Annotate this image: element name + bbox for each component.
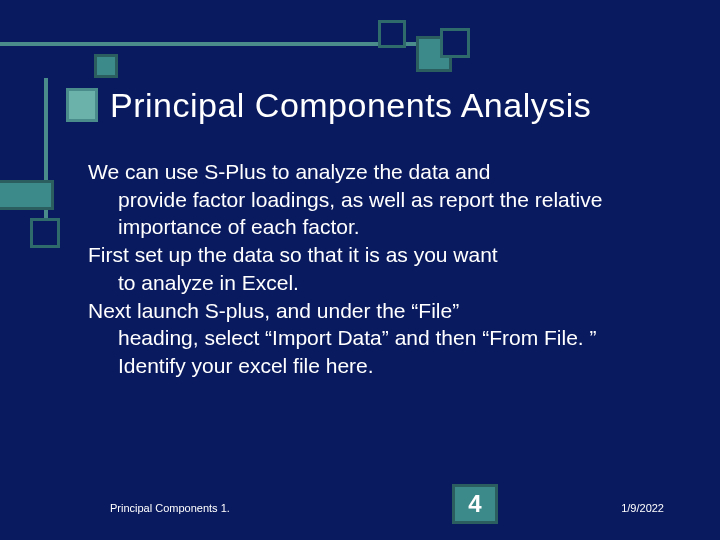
paragraph: Next launch S-plus, and under the “File”… xyxy=(88,297,648,380)
paragraph: First set up the data so that it is as y… xyxy=(88,241,648,296)
text-line: We can use S-Plus to analyze the data an… xyxy=(88,160,490,183)
text-line: to analyze in Excel. xyxy=(88,269,648,297)
decor-square-icon xyxy=(94,54,118,78)
paragraph: We can use S-Plus to analyze the data an… xyxy=(88,158,648,241)
slide-body: We can use S-Plus to analyze the data an… xyxy=(88,158,648,380)
footer-date: 1/9/2022 xyxy=(621,502,664,514)
text-line: provide factor loadings, as well as repo… xyxy=(88,186,648,241)
slide-number: 4 xyxy=(468,490,481,518)
decor-square-icon xyxy=(440,28,470,58)
decor-square-icon xyxy=(66,88,98,122)
decor-square-icon xyxy=(0,180,54,210)
decor-line-left xyxy=(44,78,48,238)
slide-title: Principal Components Analysis xyxy=(110,86,680,125)
text-line: heading, select “Import Data” and then “… xyxy=(88,324,648,379)
decor-square-icon xyxy=(378,20,406,48)
decor-square-icon xyxy=(30,218,60,248)
footer-left: Principal Components 1. xyxy=(110,502,230,514)
slide: Principal Components Analysis We can use… xyxy=(0,0,720,540)
text-line: First set up the data so that it is as y… xyxy=(88,243,498,266)
text-line: Next launch S-plus, and under the “File” xyxy=(88,299,459,322)
slide-number-box: 4 xyxy=(452,484,498,524)
